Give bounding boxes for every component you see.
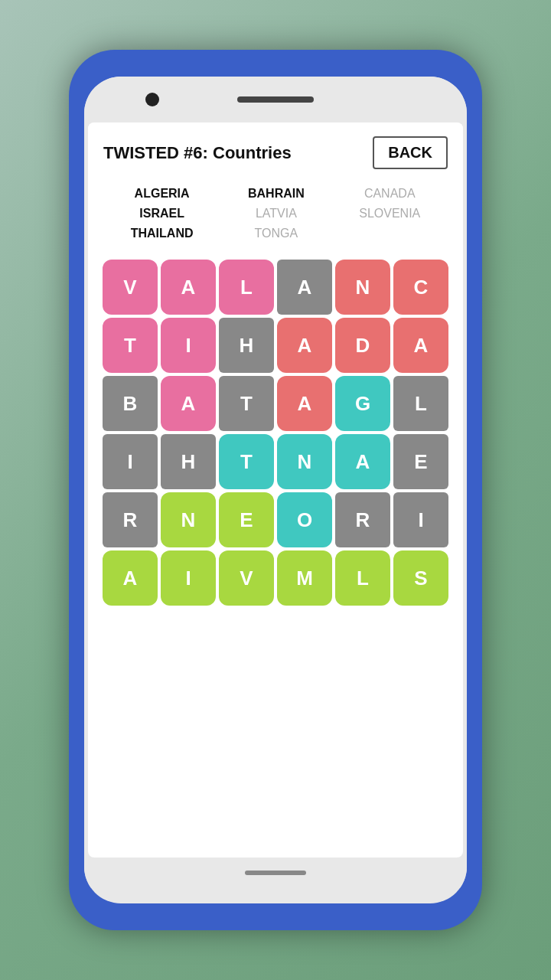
word-thailand: THAILAND <box>131 224 194 243</box>
cell-5-0[interactable]: A <box>103 550 158 606</box>
cell-3-1[interactable]: H <box>161 434 216 489</box>
cell-1-5[interactable]: A <box>393 318 448 373</box>
cell-2-1[interactable]: A <box>161 376 216 431</box>
word-column-2: BAHRAIN LATVIA TONGA <box>248 185 305 243</box>
cell-0-4[interactable]: N <box>335 260 390 315</box>
camera <box>145 93 159 106</box>
cell-5-2[interactable]: V <box>219 550 274 606</box>
cell-1-4[interactable]: D <box>335 318 390 373</box>
screen: TWISTED #6: Countries BACK ALGERIA ISRAE… <box>88 122 463 858</box>
cell-1-1[interactable]: I <box>161 318 216 373</box>
cell-3-2[interactable]: T <box>219 434 274 489</box>
cell-1-3[interactable]: A <box>277 318 332 373</box>
cell-0-5[interactable]: C <box>393 260 448 315</box>
word-algeria: ALGERIA <box>135 185 190 203</box>
header: TWISTED #6: Countries BACK <box>88 122 463 178</box>
cell-5-3[interactable]: M <box>277 550 332 606</box>
cell-0-0[interactable]: V <box>103 260 158 315</box>
phone-inner: TWISTED #6: Countries BACK ALGERIA ISRAE… <box>84 77 467 903</box>
cell-1-0[interactable]: T <box>103 318 158 373</box>
cell-2-4[interactable]: G <box>335 376 390 431</box>
word-grid[interactable]: V A L A N C T I H <box>103 260 448 606</box>
cell-3-0[interactable]: I <box>103 434 158 489</box>
back-button[interactable]: BACK <box>373 136 448 169</box>
cell-3-4[interactable]: A <box>335 434 390 489</box>
phone-bottom-bar <box>84 858 467 888</box>
word-bahrain: BAHRAIN <box>248 185 305 203</box>
word-israel: ISRAEL <box>139 204 184 223</box>
phone-frame: TWISTED #6: Countries BACK ALGERIA ISRAE… <box>69 50 482 930</box>
word-tonga: TONGA <box>255 224 298 243</box>
cell-2-0[interactable]: B <box>103 376 158 431</box>
page-title: TWISTED #6: Countries <box>103 143 292 163</box>
cell-2-3[interactable]: A <box>277 376 332 431</box>
cell-4-3[interactable]: O <box>277 492 332 547</box>
speaker <box>237 96 314 103</box>
cell-3-5[interactable]: E <box>393 434 448 489</box>
cell-4-2[interactable]: E <box>219 492 274 547</box>
cell-4-0[interactable]: R <box>103 492 158 547</box>
cell-4-5[interactable]: I <box>393 492 448 547</box>
cell-4-4[interactable]: R <box>335 492 390 547</box>
word-column-3: CANADA SLOVENIA <box>359 185 420 243</box>
word-canada: CANADA <box>364 185 416 203</box>
phone-top-bar <box>84 77 467 122</box>
cell-0-2[interactable]: L <box>219 260 274 315</box>
cell-5-5[interactable]: S <box>393 550 448 606</box>
word-slovenia: SLOVENIA <box>359 204 420 223</box>
cell-0-3[interactable]: A <box>277 260 332 315</box>
home-indicator <box>245 871 306 875</box>
cell-5-1[interactable]: I <box>161 550 216 606</box>
cell-2-2[interactable]: T <box>219 376 274 431</box>
grid-container: V A L A N C T I H <box>88 252 463 858</box>
word-list: ALGERIA ISRAEL THAILAND BAHRAIN LATVIA T… <box>88 178 463 252</box>
cell-3-3[interactable]: N <box>277 434 332 489</box>
cell-4-1[interactable]: N <box>161 492 216 547</box>
cell-5-4[interactable]: L <box>335 550 390 606</box>
word-latvia: LATVIA <box>256 204 297 223</box>
word-column-1: ALGERIA ISRAEL THAILAND <box>131 185 194 243</box>
cell-1-2[interactable]: H <box>219 318 274 373</box>
cell-0-1[interactable]: A <box>161 260 216 315</box>
cell-2-5[interactable]: L <box>393 376 448 431</box>
